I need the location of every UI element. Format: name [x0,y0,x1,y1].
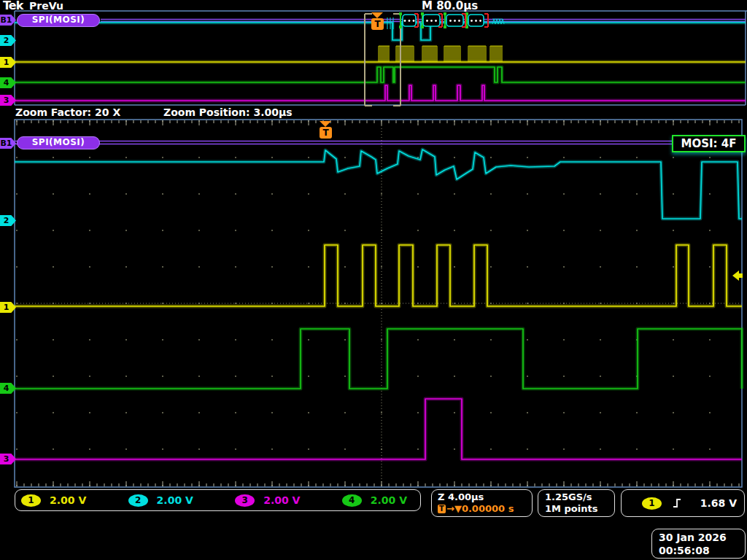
main-timebase-readout: M 80.0µs [422,0,478,12]
trigger-symbol-icon: T [438,505,446,513]
ch1-scale[interactable]: 1 2.00 V [21,494,86,507]
ch2-scale[interactable]: 2 2.00 V [128,494,193,507]
date-readout: 30 Jan 2026 [659,531,745,544]
zoom-scale-readout: Z 4.00µs [438,491,532,503]
trigger-box[interactable]: 1 1.68 V [621,489,745,517]
ch4-scale[interactable]: 4 2.00 V [342,494,407,507]
zoom-timebase-box[interactable]: Z 4.00µs T→▼0.00000 s [431,489,533,517]
ch3-scale[interactable]: 3 2.00 V [235,494,300,507]
trigger-level: 1.68 V [700,497,737,509]
bus-decode-readout: MOSI: 4F [672,135,746,152]
trigger-source-badge: 1 [642,497,662,510]
bus-label-main[interactable]: SPI(MOSI) [17,136,100,149]
trigger-delay-readout: T→▼0.00000 s [438,503,532,515]
datetime-box: 30 Jan 2026 00:56:08 [651,529,746,559]
delay-value: 0.00000 s [462,503,514,515]
acquisition-box[interactable]: 1.25GS/s 1M points [538,489,615,517]
trigger-flag-overview[interactable]: T [371,18,384,30]
channel-scale-bar: 1 2.00 V 2 2.00 V 3 2.00 V 4 2.00 V [15,489,421,511]
ch1-scale-value: 2.00 V [50,494,86,506]
zoom-factor-readout: Zoom Factor: 20 X [15,106,120,118]
ch2-scale-value: 2.00 V [157,494,193,506]
acquisition-status: PreVu [29,0,63,12]
rising-edge-icon [672,497,682,509]
zoom-position-readout: Zoom Position: 3.00µs [163,106,293,118]
sample-rate: 1.25GS/s [545,491,614,503]
oscilloscope-screen: Tek PreVu M 80.0µs SPI(MOSI) B1 2 1 4 3 … [0,0,747,560]
trigger-position-icon-overview[interactable] [371,12,383,18]
ch4-scale-value: 2.00 V [371,494,407,506]
trigger-flag-main[interactable]: T [320,127,332,139]
ch3-badge: 3 [235,494,255,507]
tek-logo: Tek [3,0,23,12]
delay-arrows: →▼ [446,503,462,515]
bus-label-overview[interactable]: SPI(MOSI) [17,14,100,27]
ch3-scale-value: 2.00 V [263,494,300,506]
record-length: 1M points [545,503,614,515]
time-readout: 00:56:08 [659,544,745,557]
trigger-position-icon-main[interactable] [320,121,331,127]
ch1-badge: 1 [21,494,41,507]
scope-graphics [0,0,747,560]
ch2-badge: 2 [128,494,148,507]
ch4-badge: 4 [342,494,362,507]
